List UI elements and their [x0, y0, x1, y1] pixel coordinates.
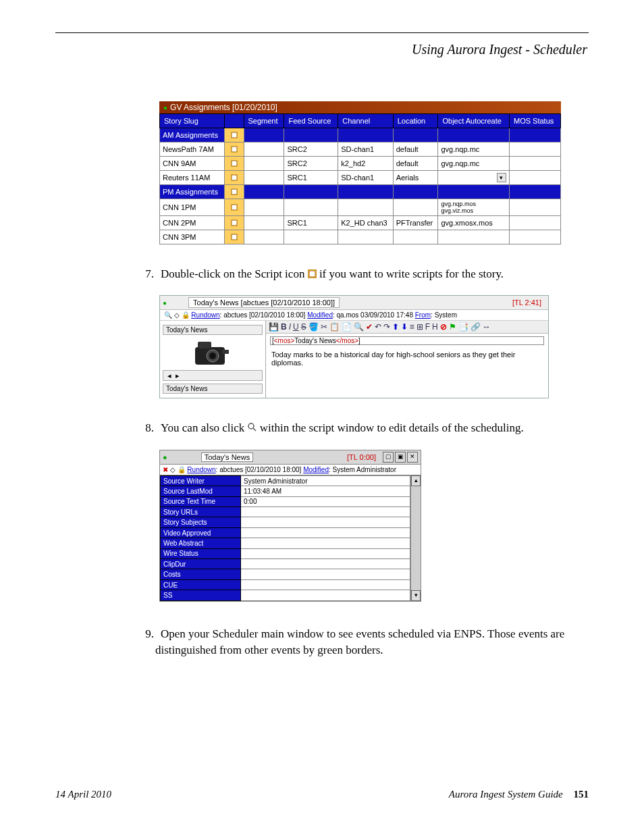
svg-point-23 [248, 423, 254, 429]
stop-icon[interactable]: ⊘ [440, 322, 447, 332]
f-icon[interactable]: F [425, 322, 430, 332]
find-icon[interactable]: 🔍 [354, 322, 364, 332]
column-header[interactable]: Segment [244, 114, 284, 128]
detail-row: Story URLs [161, 507, 410, 517]
svg-rect-9 [232, 189, 237, 194]
step-text: Open your Scheduler main window to see e… [155, 627, 564, 657]
detail-value[interactable]: System Administrator [241, 475, 410, 486]
table-row[interactable]: AM Assignments [160, 128, 561, 142]
copy-icon[interactable]: 📋 [329, 322, 340, 332]
underline-button[interactable]: U [293, 322, 299, 332]
column-header[interactable]: Channel [338, 114, 393, 128]
timeline-label: [TL 2:41] [512, 298, 545, 307]
detail-row: ClipDur [161, 559, 410, 569]
tag-icon[interactable]: ◇ [174, 311, 180, 319]
undo-icon[interactable]: ↶ [375, 322, 381, 332]
detail-label: SS [161, 590, 241, 601]
detail-value[interactable]: 11:03:48 AM [241, 486, 410, 496]
svg-rect-5 [232, 161, 237, 166]
width-icon[interactable]: ↔ [483, 322, 491, 332]
svg-rect-1 [232, 132, 237, 138]
detail-value[interactable] [241, 559, 410, 569]
status-dot-icon: ● [163, 453, 167, 461]
detail-value[interactable]: 0:00 [241, 496, 410, 506]
maximize-button[interactable]: ▣ [395, 452, 406, 463]
scrollbar[interactable]: ▴ ▾ [410, 475, 421, 601]
column-header[interactable]: Object Autocreate [438, 114, 510, 128]
delete-icon[interactable]: ✖ [163, 466, 168, 473]
strike-button[interactable]: S [301, 322, 306, 332]
detail-value[interactable] [241, 538, 410, 548]
flag-icon[interactable]: ⚑ [449, 322, 456, 332]
minimize-button[interactable]: ▢ [383, 452, 394, 463]
detail-value[interactable] [241, 517, 410, 527]
gv-assignments-table: Story SlugSegmentFeed SourceChannelLocat… [159, 113, 561, 244]
script-icon[interactable] [224, 230, 244, 244]
detail-value[interactable] [241, 548, 410, 558]
scroll-down-icon[interactable]: ▾ [411, 590, 421, 601]
table-row[interactable]: Reuters 11AMSRC1SD-chan1Aerials▾ [160, 171, 561, 185]
table-row[interactable]: CNN 1PMgvg.nqp.mos gvg.viz.mos [160, 199, 561, 216]
step-text: You can also click within the script win… [155, 421, 524, 434]
magnifier-icon [248, 421, 257, 438]
table-row[interactable]: CNN 9AMSRC2k2_hd2defaultgvg.nqp.mc [160, 157, 561, 171]
detail-value[interactable] [241, 590, 410, 601]
cut-icon[interactable]: ✂ [321, 322, 327, 332]
dropdown-icon[interactable]: ▾ [497, 173, 506, 182]
step-number: 9. [138, 626, 154, 643]
column-header[interactable]: Story Slug [160, 114, 225, 128]
detail-value[interactable] [241, 507, 410, 517]
detail-label: Wire Status [161, 548, 241, 558]
script-icon[interactable] [224, 142, 244, 157]
column-header[interactable]: Location [393, 114, 438, 128]
script-icon[interactable] [224, 157, 244, 171]
detail-label: Source Text Time [161, 496, 241, 506]
table-row[interactable]: CNN 3PM [160, 230, 561, 244]
script-icon[interactable] [224, 171, 244, 185]
spell-icon[interactable]: ✔ [366, 322, 373, 332]
script-icon[interactable] [224, 185, 244, 199]
table-row[interactable]: PM Assignments [160, 185, 561, 199]
redo-icon[interactable]: ↷ [383, 322, 390, 332]
svg-rect-22 [222, 350, 229, 354]
script-icon [308, 267, 317, 284]
h-icon[interactable]: H [432, 322, 438, 332]
fill-icon[interactable]: 🪣 [308, 322, 319, 332]
italic-button[interactable]: I [289, 322, 291, 332]
detail-value[interactable] [241, 569, 410, 579]
column-header[interactable]: MOS Status [509, 114, 560, 128]
detail-row: Source Text Time0:00 [161, 496, 410, 506]
scroll-up-icon[interactable]: ▴ [411, 475, 421, 486]
script-editor-tab[interactable]: Today's News [abctues [02/10/2010 18:00]… [188, 297, 340, 308]
down-icon[interactable]: ⬇ [401, 322, 408, 332]
script-body-text[interactable]: Today marks to be a historical day for h… [266, 346, 548, 383]
bold-button[interactable]: B [281, 322, 287, 332]
script-icon[interactable] [224, 199, 244, 216]
detail-value[interactable] [241, 527, 410, 538]
up-icon[interactable]: ⬆ [392, 322, 399, 332]
column-header[interactable]: Feed Source [284, 114, 338, 128]
editor-toolbar[interactable]: 💾 B I U S 🪣 ✂ 📋 📄 🔍 ✔ ↶ ↷ ⬆ ⬇ ≡ ⊞ [266, 321, 548, 334]
script-icon[interactable] [224, 216, 244, 230]
table-row[interactable]: NewsPath 7AMSRC2SD-chan1defaultgvg.nqp.m… [160, 142, 561, 157]
search-icon[interactable]: 🔍 [164, 311, 172, 319]
close-button[interactable]: ✕ [407, 452, 418, 463]
detail-label: CUE [161, 579, 241, 590]
lock-icon: 🔒 [178, 466, 186, 473]
column-header[interactable] [224, 114, 244, 128]
thumbnail-nav[interactable]: ◂▸ [163, 370, 263, 381]
detail-row: Costs [161, 569, 410, 579]
save-icon[interactable]: 💾 [269, 322, 279, 332]
detail-value[interactable] [241, 579, 410, 590]
tag-icon[interactable]: ◇ [170, 466, 176, 473]
paste-icon[interactable]: 📄 [342, 322, 352, 332]
detail-label: ClipDur [161, 559, 241, 569]
script-icon[interactable] [224, 128, 244, 142]
link-icon[interactable]: 🔗 [471, 322, 481, 332]
table-row[interactable]: CNN 2PMSRC1K2_HD chan3PFTransfergvg.xmos… [160, 216, 561, 230]
table-icon[interactable]: ⊞ [417, 322, 423, 332]
gv-assignments-titlebar: ●GV Assignments [01/20/2010] [159, 101, 561, 113]
list-icon[interactable]: ≡ [410, 322, 414, 332]
doc-icon[interactable]: 📑 [458, 322, 468, 332]
details-tab[interactable]: Today's News [201, 452, 254, 462]
